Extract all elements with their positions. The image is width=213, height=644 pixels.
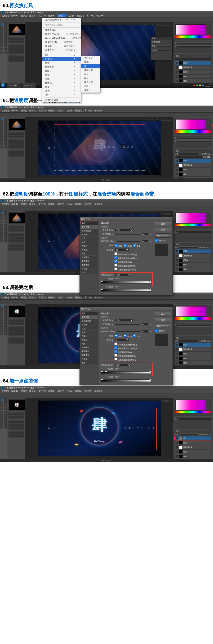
filter-menu-dropdown[interactable]: 上次滤镜操作(F)Alt+Ctrl+F转换为智能滤镜(S)滤镜库(G)...自适…	[42, 18, 81, 102]
channel-b[interactable]	[133, 244, 136, 246]
knockout-select[interactable]: 无	[115, 248, 129, 251]
layer-row[interactable]: 图层 1	[175, 343, 211, 347]
submenu-item[interactable]: 查找边缘	[81, 56, 100, 60]
opacity-input[interactable]	[142, 233, 148, 236]
submenu-item[interactable]: 油画...	[81, 88, 100, 92]
options-bar[interactable]	[0, 18, 213, 22]
menu-help[interactable]: 帮助(H)	[96, 14, 104, 17]
layer-row[interactable]: 亮度/对比度 1	[175, 254, 211, 258]
fill-input[interactable]	[142, 240, 148, 242]
layer-row[interactable]: 滤色	[175, 267, 211, 271]
submenu-item[interactable]: 凸出...	[81, 84, 100, 88]
menu-item[interactable]: 其它▸	[42, 93, 81, 97]
menu-select[interactable]: 选择(S)	[48, 14, 55, 17]
layer-row[interactable]: 亮度/对比度 1	[175, 163, 211, 167]
blendif-this-slider[interactable]	[101, 281, 151, 284]
menu-edit[interactable]: 编辑(E)	[11, 14, 18, 17]
menu-item[interactable]: 浏览联机滤镜...	[42, 98, 81, 102]
layers-panel[interactable]: 图层 正常不透明度:40% 填充:100% 图层 1 亮度/对比度 1 图层 2…	[174, 149, 212, 178]
menu-file[interactable]: 文件(F)	[2, 14, 9, 17]
toolbox[interactable]	[0, 22, 7, 82]
layer-row[interactable]: 图层 2	[175, 168, 211, 172]
windows-taskbar[interactable]: 白羊-滤镜-... LandinGu... 13:452018/4/2	[0, 82, 213, 88]
canvas-area[interactable]: @Landing Guy–Always 肆 BaiYang 白 羊 该	[26, 398, 173, 459]
ok-button[interactable]: 确定	[155, 222, 171, 226]
layer-row[interactable]: 亮度/对比度 1	[175, 445, 211, 450]
menu-item[interactable]: 视频▸	[42, 77, 81, 81]
submenu-item[interactable]: 浮雕效果...	[81, 68, 100, 72]
layer-row[interactable]: 滤色	[175, 361, 211, 364]
submenu-item[interactable]: 等高线...	[81, 60, 100, 64]
canvas-area[interactable]: @Landing Guy–Always 肆 白 羊 X: 538Y: 304	[26, 118, 173, 178]
menu-item[interactable]: 3D▸	[42, 54, 81, 57]
menu-view[interactable]: 视图(V)	[77, 14, 84, 17]
menu-layer[interactable]: 图层(L)	[29, 14, 36, 17]
fill-slider[interactable]	[117, 240, 140, 242]
layer-row[interactable]: 细碎	[175, 263, 211, 267]
layer-row[interactable]: 亮度/对比度 1	[175, 347, 211, 352]
layer-row[interactable]: 图层 2	[175, 70, 211, 74]
menu-item[interactable]: Camera Raw 滤镜(C)...Shift+Ctrl+A	[42, 36, 81, 40]
channel-r[interactable]	[115, 244, 118, 246]
blend-mode-select[interactable]: 正常	[115, 229, 134, 232]
blendif-under-slider[interactable]	[101, 289, 151, 292]
submenu-item[interactable]: 风...	[81, 64, 100, 68]
layer-row[interactable]: 图层 2	[175, 450, 211, 454]
submenu-item[interactable]: 拼贴...	[81, 76, 100, 80]
menu-item[interactable]: 液化(L)...Shift+Ctrl+X	[42, 44, 81, 48]
task-item[interactable]: LandinGu...	[22, 83, 36, 88]
tool-move[interactable]	[0, 23, 3, 26]
layers-panel[interactable]: 图层 图层 1 亮度/对比度 1 图层 2 细碎 滤色 背景	[174, 54, 212, 82]
cancel-button[interactable]: 取消	[155, 318, 171, 322]
submenu-item[interactable]: 扩散...	[81, 72, 100, 76]
layer-row[interactable]: 细碎	[175, 74, 211, 78]
adjust-panel[interactable]	[174, 42, 212, 53]
task-item[interactable]: 白羊-滤镜-...	[7, 83, 21, 88]
color-panel[interactable]	[174, 24, 212, 40]
list-blend-options[interactable]: 混合选项	[81, 225, 98, 229]
layer-row[interactable]: 图层 1	[175, 441, 211, 445]
layer-style-dialog[interactable]: 图层样式 样式 混合选项 斜面和浮雕 等高线 纹理 描边 内阴影 内发光 光泽 …	[80, 307, 173, 385]
menu-item[interactable]: 上次滤镜操作(F)Alt+Ctrl+F	[42, 18, 81, 22]
new-style-button[interactable]: 新建样式(W)...	[155, 324, 171, 328]
ps-menubar[interactable]: 文件(F)编辑(E)图像(I)图层(L)文字(Y)选择(S)滤镜(T)3D(D)…	[0, 109, 213, 113]
channel-g[interactable]	[124, 244, 127, 246]
menu-item[interactable]: 消失点(V)...Alt+Ctrl+V	[42, 48, 81, 52]
properties-float[interactable]: 属性 亮度/对比度 亮度: 对比度:	[150, 37, 172, 60]
menu-item[interactable]: 锐化▸	[42, 73, 81, 77]
blend-mode[interactable]	[175, 58, 211, 60]
opacity-slider[interactable]	[115, 233, 140, 235]
layer-style-dialog[interactable]: 图层样式 样式 混合选项 斜面和浮雕 等高线 纹理 描边 内阴影 内发光 光泽 …	[80, 216, 173, 295]
layer-row[interactable]: 细碎	[175, 356, 211, 360]
menu-image[interactable]: 图像(I)	[21, 14, 27, 17]
blendif-select[interactable]: 灰色	[115, 273, 132, 276]
start-button[interactable]	[1, 83, 6, 88]
layer-row[interactable]: 图层 2	[175, 258, 211, 262]
system-tray[interactable]: 13:452018/4/2	[193, 83, 212, 88]
new-style-button[interactable]: 新建样式(W)...	[155, 233, 171, 238]
layer-row[interactable]: 图层 1	[175, 158, 211, 163]
layer-row[interactable]: 图层 1	[175, 61, 211, 65]
menu-item[interactable]: 模糊画廊▸	[42, 65, 81, 69]
menu-item[interactable]: 镜头校正(R)...Shift+Ctrl+R	[42, 40, 81, 44]
menu-3d[interactable]: 3D(D)	[69, 15, 74, 17]
menu-item[interactable]: 像素化▸	[42, 81, 81, 85]
submenu-item[interactable]: 曝光过度	[81, 80, 100, 84]
layer-row[interactable]: 滤色	[175, 176, 211, 178]
layer-row[interactable]: 细碎	[175, 454, 211, 458]
menu-item[interactable]: 扭曲▸	[42, 69, 81, 73]
layer-row[interactable]: 滤色	[175, 79, 211, 82]
cancel-button[interactable]: 取消	[155, 228, 171, 232]
stylize-submenu[interactable]: 查找边缘等高线...风...浮雕效果...扩散...拼贴...曝光过度凸出...…	[81, 56, 100, 92]
layer-row[interactable]: 亮度/对比度 1	[175, 65, 211, 70]
menu-item[interactable]: 渲染▸	[42, 85, 81, 89]
layer-row[interactable]: 细碎	[175, 172, 211, 176]
menu-item[interactable]: 杂色▸	[42, 89, 81, 93]
preview-check[interactable]	[155, 239, 158, 242]
menu-window[interactable]: 窗口(W)	[86, 14, 94, 17]
menu-item[interactable]: 转换为智能滤镜(S)	[42, 23, 81, 27]
menu-type[interactable]: 文字(Y)	[38, 14, 46, 17]
layers-panel[interactable]: 图层 正常不透明度:100% 图层 1 亮度/对比度 1 图层 2 细碎 滤色 …	[174, 242, 212, 271]
menu-item[interactable]: 自适应广角(A)...Alt+Shift+Ctrl+A	[42, 32, 81, 36]
menu-item[interactable]: 风格化▸	[42, 57, 81, 61]
